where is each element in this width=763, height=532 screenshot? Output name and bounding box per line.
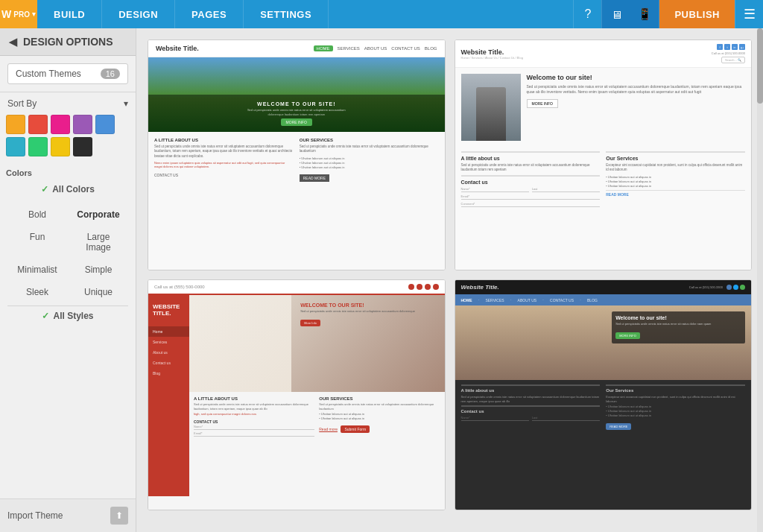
- theme1-nav: HOME SERVICES ABOUT US CONTACT US BLOG: [314, 45, 437, 51]
- theme3-phone: Call us at (555) 500-0000: [154, 285, 205, 289]
- sidebar-header[interactable]: ◀ DESIGN OPTIONS: [0, 28, 136, 56]
- all-colors-button[interactable]: ✓ All Colors: [0, 180, 136, 198]
- mobile-icon[interactable]: 📱: [630, 0, 659, 28]
- sort-dropdown-icon: ▾: [124, 98, 128, 109]
- style-bold[interactable]: Bold: [7, 204, 67, 225]
- theme3-layout: WEBSITE TITLE. Home Services About us Co…: [148, 295, 445, 496]
- import-theme-button[interactable]: Import Theme ⬆: [0, 498, 136, 532]
- all-styles-button[interactable]: ✓ All Styles: [7, 305, 128, 326]
- style-corporate[interactable]: Corporate: [69, 204, 128, 225]
- theme3-logo-area: WEBSITE TITLE.: [148, 301, 189, 320]
- swatch-green[interactable]: [28, 137, 48, 156]
- all-styles-label: All Styles: [53, 311, 93, 321]
- theme4-nav-about: ABOUT US: [518, 298, 536, 303]
- theme3-social: [408, 284, 439, 290]
- theme4-body: A little about us Sed ut perspiciatis un…: [455, 380, 752, 435]
- theme2-tw-icon: t: [724, 44, 730, 50]
- nav-settings[interactable]: SETTINGS: [244, 0, 329, 28]
- menu-button[interactable]: ☰: [735, 0, 763, 28]
- styles-section: Bold Corporate Fun Large Image Minimalis…: [0, 198, 136, 332]
- nav-design[interactable]: DESIGN: [102, 0, 175, 28]
- theme-card-1[interactable]: Website Title. HOME SERVICES ABOUT US CO…: [148, 39, 446, 270]
- theme4-phone: Call us at (555) 500-3300: [689, 285, 723, 289]
- logo[interactable]: W PRO ▾: [0, 0, 37, 28]
- import-icon: ⬆: [110, 507, 128, 525]
- swatch-red[interactable]: [28, 115, 48, 134]
- theme4-header: Website Title. Call us at (555) 500-3300: [455, 280, 752, 294]
- sort-by-row[interactable]: Sort By ▾: [0, 92, 136, 115]
- theme1-about-title: A LITTLE ABOUT US: [154, 138, 294, 142]
- theme-card-4[interactable]: Website Title. Call us at (555) 500-3300…: [455, 279, 753, 510]
- theme3-header: Call us at (555) 500-0000: [148, 280, 445, 295]
- theme1-logo: Website Title.: [156, 45, 199, 52]
- swatch-orange[interactable]: [6, 115, 25, 134]
- theme3-nav-blog: Blog: [148, 368, 189, 379]
- nav-build[interactable]: BUILD: [37, 0, 102, 28]
- theme1-services-title: OUR SERVICES: [300, 138, 439, 142]
- custom-themes-section: Custom Themes 16: [0, 56, 136, 92]
- theme2-email-field: Email*: [461, 194, 601, 200]
- theme-card-3[interactable]: Call us at (555) 500-0000 WEBSITE TITLE.: [148, 279, 446, 510]
- theme4-logo: Website Title.: [461, 284, 499, 291]
- swatch-blue[interactable]: [95, 115, 115, 134]
- theme4-social-3: [740, 285, 745, 290]
- nav-pages[interactable]: PAGES: [175, 0, 244, 28]
- theme3-main: WELCOME TO OUR SITE! Sed ut perspiciatis…: [189, 295, 445, 496]
- theme4-read-more: READ MORE: [606, 423, 631, 430]
- theme4-welcome-text: Sed ut perspiciatis unde omnis iste natu…: [615, 322, 741, 326]
- scrollbar-thumb[interactable]: [757, 28, 763, 104]
- theme3-about-text: Sed ut perspiciatis unde omnis iste natu…: [194, 402, 314, 411]
- style-large-image[interactable]: Large Image: [69, 227, 128, 258]
- custom-themes-button[interactable]: Custom Themes 16: [7, 63, 128, 84]
- theme3-content: A LITTLE ABOUT US Sed ut perspiciatis un…: [189, 392, 445, 441]
- pro-dropdown-icon: ▾: [32, 10, 36, 18]
- style-fun[interactable]: Fun: [7, 227, 67, 258]
- theme3-services-title: OUR SERVICES: [319, 396, 440, 401]
- theme1-body: A LITTLE ABOUT US Sed ut perspiciatis un…: [148, 132, 445, 189]
- logo-icon: W: [1, 8, 11, 20]
- theme2-about-title: A little about us: [461, 151, 601, 161]
- theme4-sep3: ·: [542, 297, 544, 303]
- theme3-welcome-title: WELCOME TO OUR SITE!: [300, 303, 440, 308]
- theme4-about-title: A little about us: [461, 384, 601, 393]
- publish-button[interactable]: PUBLISH: [659, 0, 735, 28]
- theme2-contact-title: Contact us: [461, 175, 601, 185]
- desktop-icon[interactable]: 🖥: [602, 0, 630, 28]
- custom-themes-count: 16: [101, 69, 120, 79]
- theme3-read-more: Read more: [319, 427, 338, 431]
- theme-card-2[interactable]: Website Title. Home / Services / About U…: [455, 39, 753, 270]
- help-button[interactable]: ?: [573, 0, 601, 28]
- nav-right: ? 🖥 📱 PUBLISH ☰: [573, 0, 763, 28]
- theme3-nav-contact: Contact us: [148, 358, 189, 368]
- style-unique[interactable]: Unique: [69, 282, 128, 303]
- color-row-2: [6, 137, 130, 156]
- theme2-photo: [461, 74, 521, 141]
- theme2-header: Website Title. Home / Services / About U…: [455, 40, 752, 68]
- scrollbar[interactable]: [757, 28, 763, 532]
- theme4-about-text: Sed ut perspiciatis unde omnis iste natu…: [461, 395, 601, 403]
- theme1-about-text: Sed ut perspiciatis unde omnis iste natu…: [154, 145, 294, 159]
- style-simple[interactable]: Simple: [69, 259, 128, 280]
- swatch-dark[interactable]: [73, 137, 92, 156]
- theme2-more-button: MORE INFO: [527, 99, 558, 108]
- style-minimalist[interactable]: Minimalist: [7, 259, 67, 280]
- swatch-yellow[interactable]: [51, 137, 70, 156]
- all-colors-check: ✓: [41, 184, 48, 194]
- style-sleek[interactable]: Sleek: [7, 282, 67, 303]
- theme4-social-2: [733, 285, 738, 290]
- swatch-cyan[interactable]: [6, 137, 25, 156]
- theme4-services-title: Our Services: [606, 384, 745, 393]
- theme4-welcome-overlay: Welcome to our site! Sed ut perspiciatis…: [612, 311, 745, 343]
- theme4-contact-title: Contact us: [461, 405, 601, 414]
- theme2-last-field: Last: [532, 187, 600, 192]
- import-theme-label: Import Theme: [7, 510, 63, 521]
- theme3-nav: Home Services About us Contact us Blog: [148, 326, 189, 379]
- device-toggle: 🖥 📱: [601, 0, 659, 28]
- sort-by-label: Sort By: [7, 98, 37, 109]
- theme2-social: f t in g+: [717, 44, 745, 50]
- theme3-hero: WELCOME TO OUR SITE! Sed ut perspiciatis…: [189, 295, 445, 392]
- theme3-nav-home: Home: [148, 326, 189, 337]
- theme4-sep1: ·: [478, 297, 480, 303]
- swatch-pink[interactable]: [51, 115, 70, 134]
- swatch-purple[interactable]: [73, 115, 92, 134]
